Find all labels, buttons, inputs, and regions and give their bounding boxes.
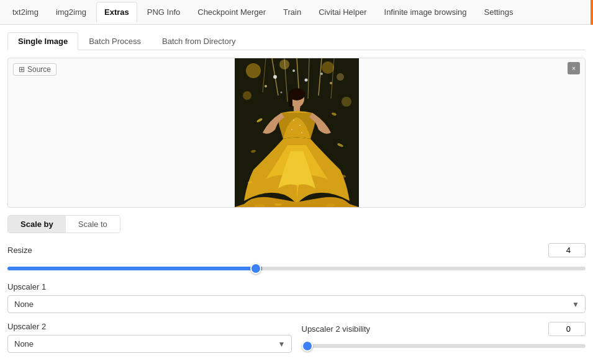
nav-tab-img2img[interactable]: img2img: [48, 2, 94, 22]
svg-point-15: [292, 69, 295, 72]
source-image: [235, 58, 359, 207]
svg-point-4: [337, 73, 344, 81]
upscaler1-select[interactable]: None Lanczos Nearest ESRGAN_4x LDSR ScuN…: [7, 295, 586, 313]
svg-rect-23: [289, 94, 292, 107]
svg-point-27: [327, 204, 335, 207]
svg-point-18: [265, 85, 267, 87]
sub-tabs: Single Image Batch Process Batch from Di…: [7, 32, 586, 50]
nav-tab-extras[interactable]: Extras: [96, 2, 137, 22]
svg-point-17: [320, 73, 323, 75]
svg-point-20: [280, 92, 282, 94]
svg-point-14: [273, 75, 277, 79]
source-icon: ⊞: [19, 65, 25, 74]
main-content: Single Image Batch Process Batch from Di…: [0, 25, 593, 364]
svg-point-16: [304, 79, 307, 82]
upscaler2-select-wrapper: None Lanczos Nearest ESRGAN_4x LDSR ScuN…: [7, 335, 292, 353]
source-label: ⊞ Source: [13, 63, 57, 76]
scale-to-tab[interactable]: Scale to: [66, 216, 120, 233]
svg-point-31: [291, 129, 292, 130]
resize-row: Resize: [7, 243, 586, 257]
sub-tab-directory[interactable]: Batch from Directory: [152, 32, 246, 50]
resize-value[interactable]: [548, 243, 586, 257]
upscaler1-select-wrapper: None Lanczos Nearest ESRGAN_4x LDSR ScuN…: [7, 295, 586, 313]
accent-border: [591, 0, 593, 25]
nav-tab-txt2img[interactable]: txt2img: [5, 2, 46, 22]
scale-by-tab[interactable]: Scale by: [8, 216, 66, 233]
visibility-slider[interactable]: [302, 344, 586, 348]
svg-point-29: [293, 120, 294, 121]
resize-slider-container: [7, 262, 586, 272]
nav-tab-checkpoint[interactable]: Checkpoint Merger: [190, 2, 273, 22]
svg-point-6: [342, 97, 351, 107]
close-button[interactable]: ×: [568, 62, 580, 74]
svg-point-26: [274, 203, 282, 206]
upscaler2-visibility-col: Upscaler 2 visibility: [302, 322, 586, 350]
sub-tab-single[interactable]: Single Image: [7, 32, 78, 50]
visibility-value[interactable]: [548, 322, 586, 336]
resize-label: Resize: [7, 246, 45, 255]
top-nav: txt2img img2img Extras PNG Info Checkpoi…: [0, 0, 593, 25]
visibility-row: Upscaler 2 visibility: [302, 322, 586, 336]
resize-slider[interactable]: [7, 267, 586, 270]
svg-point-30: [299, 125, 301, 126]
nav-tab-pnginfo[interactable]: PNG Info: [140, 2, 188, 22]
nav-tab-settings[interactable]: Settings: [477, 2, 521, 22]
visibility-label: Upscaler 2 visibility: [302, 324, 371, 334]
upscaler2-select[interactable]: None Lanczos Nearest ESRGAN_4x LDSR ScuN…: [7, 335, 292, 353]
nav-tab-train[interactable]: Train: [276, 2, 309, 22]
upscaler2-label: Upscaler 2: [7, 322, 292, 331]
svg-point-19: [330, 82, 332, 84]
sub-tab-batch[interactable]: Batch Process: [78, 32, 152, 50]
nav-tab-browsing[interactable]: Infinite image browsing: [377, 2, 474, 22]
svg-point-5: [243, 91, 251, 100]
svg-point-1: [246, 63, 261, 78]
upscaler2-row: Upscaler 2 None Lanczos Nearest ESRGAN_4…: [7, 322, 586, 362]
upscaler2-col: Upscaler 2 None Lanczos Nearest ESRGAN_4…: [7, 322, 292, 362]
scale-tabs: Scale by Scale to: [7, 215, 120, 233]
svg-point-28: [312, 203, 319, 205]
svg-point-32: [301, 132, 302, 133]
image-area[interactable]: ⊞ Source ×: [7, 58, 586, 208]
nav-tab-civitai[interactable]: Civitai Helper: [311, 2, 374, 22]
upscaler1-label: Upscaler 1: [7, 282, 586, 291]
svg-point-3: [322, 61, 334, 74]
